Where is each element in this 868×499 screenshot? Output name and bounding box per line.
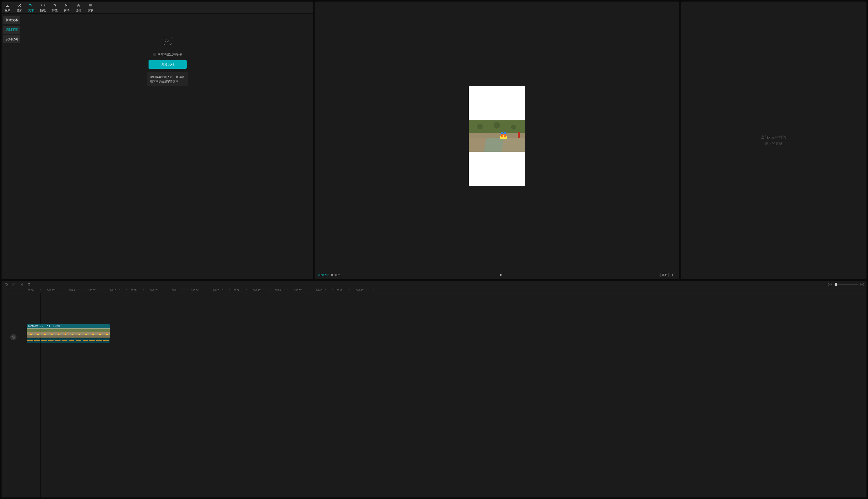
clear-existing-label: 同时清空已有字幕 (157, 52, 182, 57)
sub-new-text[interactable]: 新建文本 (3, 16, 20, 24)
fullscreen-icon (672, 273, 676, 277)
redo-button[interactable] (12, 282, 16, 287)
clip-audio-waveform (27, 338, 110, 343)
zoom-control: − + (828, 283, 864, 286)
svg-point-11 (90, 4, 90, 5)
svg-point-7 (44, 5, 44, 5)
category-tabs: 视频 音频 TI 文本 贴纸 特效 (2, 2, 313, 14)
text-icon: TI (29, 3, 34, 8)
clip-filename: 20210627.mov (28, 325, 44, 327)
cat-sticker[interactable]: 贴纸 (37, 2, 49, 13)
top-row: 视频 音频 TI 文本 贴纸 特效 (2, 2, 866, 279)
clip-mute-label: 已静音 (53, 324, 60, 328)
cat-text[interactable]: TI 文本 (25, 2, 37, 13)
subtitle-recognition-panel: A≡ 同时清空已有字幕 开始识别 识别视频中的人声，并自动在时间线生成字幕文本。 (22, 14, 313, 279)
track-toggle-button[interactable] (10, 334, 16, 340)
inspector-empty-message: 当前未选中时间 线上的素材 (761, 134, 786, 147)
cat-label: 文本 (28, 9, 34, 12)
recognition-description: 识别视频中的人声，并自动在时间线生成字幕文本。 (147, 72, 188, 86)
video-frame (469, 120, 525, 152)
media-panel: 视频 音频 TI 文本 贴纸 特效 (2, 2, 313, 279)
svg-point-6 (42, 5, 43, 5)
sticker-icon (41, 3, 45, 8)
clip-header: 20210627.mov 12.4s 已静音 (27, 324, 110, 328)
svg-point-5 (41, 4, 45, 7)
cat-label: 音频 (16, 9, 22, 12)
start-recognition-button[interactable]: 开始识别 (148, 60, 187, 69)
cat-transition[interactable]: 转场 (61, 2, 73, 13)
cat-video[interactable]: 视频 (2, 2, 13, 13)
split-button[interactable] (20, 282, 24, 287)
subtitle-frame-icon: A≡ (164, 37, 171, 45)
video-icon (5, 3, 10, 8)
cat-label: 滤镜 (76, 9, 81, 12)
svg-point-13 (90, 6, 90, 7)
play-icon (499, 273, 503, 277)
preview-panel: 00:00:02 00:00:12 原始 (314, 2, 679, 279)
inspector-panel: 当前未选中时间 线上的素材 (681, 2, 866, 279)
current-time: 00:00:02 (318, 273, 329, 277)
preview-canvas (469, 86, 525, 186)
total-time: 00:00:12 (331, 273, 342, 277)
zoom-out-button[interactable]: − (828, 283, 832, 286)
timeline-body[interactable]: 20210627.mov 12.4s 已静音 (2, 293, 866, 497)
cat-label: 调节 (87, 9, 93, 12)
play-button[interactable] (499, 273, 503, 277)
delete-button[interactable] (27, 282, 32, 287)
zoom-in-button[interactable]: + (860, 283, 864, 286)
timeline-clip[interactable]: 20210627.mov 12.4s 已静音 (27, 324, 110, 343)
clear-existing-row[interactable]: 同时清空已有字幕 (153, 52, 182, 57)
undo-button[interactable] (4, 282, 8, 287)
text-sub-tabs: 新建文本 识别字幕 识别歌词 (2, 14, 22, 279)
clock-icon (12, 336, 15, 339)
redo-icon (12, 282, 16, 287)
effect-icon (52, 3, 57, 8)
sub-recognize-subtitle[interactable]: 识别字幕 (3, 26, 20, 34)
timeline-toolbar: − + (2, 281, 866, 288)
preview-body[interactable] (314, 2, 679, 271)
svg-marker-1 (7, 5, 8, 6)
audio-icon (17, 3, 22, 8)
cat-audio[interactable]: 音频 (13, 2, 25, 13)
svg-text:T: T (29, 4, 31, 7)
trash-icon (27, 282, 32, 287)
cat-label: 转场 (64, 9, 70, 12)
timeline-ruler[interactable]: 00:0000:0300:0600:0900:1200:1500:1800:21… (2, 288, 866, 293)
undo-icon (4, 282, 8, 287)
clip-thumbnails (27, 328, 110, 338)
aspect-ratio-button[interactable]: 原始 (661, 273, 669, 277)
timeline-panel: − + 00:0000:0300:0600:0900:1200:1500:180… (2, 281, 866, 497)
cat-adjust[interactable]: 调节 (84, 2, 96, 13)
clear-existing-checkbox[interactable] (153, 53, 156, 56)
preview-controls: 00:00:02 00:00:12 原始 (314, 271, 679, 279)
cat-label: 特效 (52, 9, 58, 12)
fullscreen-button[interactable] (672, 273, 676, 277)
transition-icon (64, 3, 69, 8)
svg-point-12 (91, 5, 91, 6)
left-body: 新建文本 识别字幕 识别歌词 A≡ 同时清空已有字幕 开始识别 识别视 (2, 14, 313, 279)
zoom-slider[interactable] (834, 284, 858, 285)
sub-recognize-lyrics[interactable]: 识别歌词 (3, 35, 20, 43)
filter-icon (76, 3, 81, 8)
svg-text:I: I (31, 5, 32, 7)
cat-label: 贴纸 (40, 9, 46, 12)
cat-label: 视频 (5, 9, 10, 12)
clip-duration: 12.4s (46, 325, 51, 327)
adjust-icon (88, 3, 93, 8)
app-root: 视频 音频 TI 文本 贴纸 特效 (0, 0, 868, 499)
split-icon (20, 282, 24, 287)
cat-filter[interactable]: 滤镜 (73, 2, 84, 13)
cat-effect[interactable]: 特效 (49, 2, 61, 13)
